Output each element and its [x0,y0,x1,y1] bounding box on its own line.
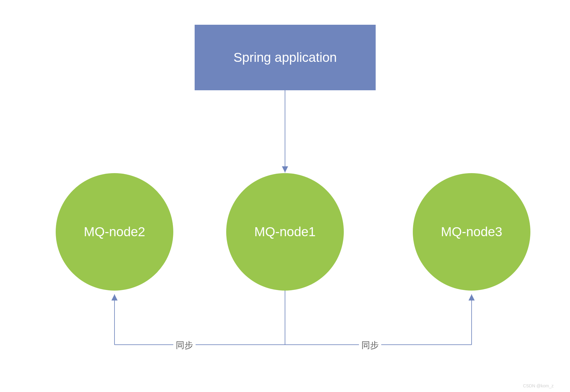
sync-label-right: 同步 [359,339,381,351]
mq-node3-circle: MQ-node3 [413,173,530,291]
mq-node1-label: MQ-node1 [254,224,316,239]
mq-node2-label: MQ-node2 [84,224,145,239]
mq-node3-label: MQ-node3 [441,224,502,239]
sync-label-left: 同步 [173,339,196,351]
mq-node1-circle: MQ-node1 [226,173,344,291]
spring-application-label: Spring application [234,50,337,65]
mq-node2-circle: MQ-node2 [56,173,173,291]
watermark-text: CSDN @kom_z [523,383,554,388]
spring-application-box: Spring application [195,25,376,90]
